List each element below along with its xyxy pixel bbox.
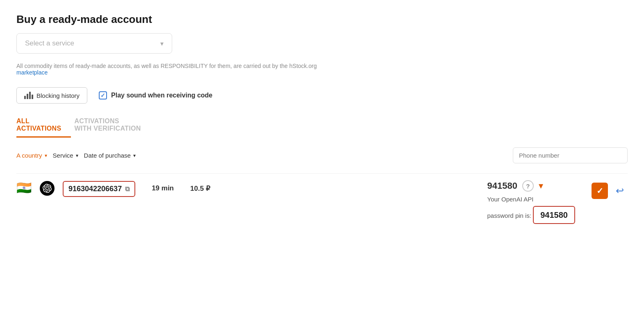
duration-text: 19 min: [152, 184, 174, 192]
expand-chevron-icon[interactable]: ▾: [539, 181, 543, 191]
action-buttons: ↩: [592, 183, 628, 199]
price-text: 10.5 ₽: [190, 184, 210, 193]
sound-label: Play sound when receiving code: [111, 92, 212, 99]
service-select-label: Select a service: [25, 39, 160, 47]
bar-chart-icon: [24, 92, 33, 99]
openai-logo: [40, 181, 55, 196]
code-section: 941580 ? ▾ Your OpenAI API password pin …: [487, 180, 575, 224]
country-chevron-icon: ▾: [45, 153, 47, 158]
tab-all-activations[interactable]: ALLACTIVATIONS: [16, 115, 71, 138]
question-button[interactable]: ?: [522, 180, 534, 192]
date-filter-button[interactable]: Date of purchase ▾: [84, 149, 141, 161]
chevron-down-icon: ▾: [160, 40, 164, 47]
phone-number-wrapper: [513, 147, 628, 163]
blocking-history-label: Blocking history: [36, 92, 80, 99]
code-number: 941580: [487, 181, 517, 191]
refresh-button[interactable]: ↩: [612, 183, 628, 199]
code-highlight-box: 941580: [533, 206, 575, 224]
confirm-button[interactable]: [592, 183, 608, 199]
page-title: Buy a ready-made account: [16, 13, 628, 26]
tabs-row: ALLACTIVATIONS ACTIVATIONSWITH VERIFICAT…: [16, 115, 628, 138]
tab-with-verification[interactable]: ACTIVATIONSWITH VERIFICATION: [74, 115, 150, 138]
sound-checkbox[interactable]: [99, 91, 107, 99]
phone-number-input[interactable]: [513, 147, 628, 163]
service-filter-label: Service: [53, 152, 73, 159]
code-row: 941580 ? ▾: [487, 180, 543, 192]
date-filter-label: Date of purchase: [84, 152, 131, 159]
country-filter-button[interactable]: A country ▾: [16, 149, 53, 161]
play-sound-toggle[interactable]: Play sound when receiving code: [99, 91, 212, 99]
phone-number-text: 9163042206637: [68, 185, 122, 193]
order-row: 🇮🇳 9163042206637 ⧉ 19 min 10.5 ₽ 941580 …: [16, 173, 628, 231]
date-chevron-icon: ▾: [133, 153, 136, 158]
india-flag-icon: 🇮🇳: [16, 182, 32, 194]
controls-row: Blocking history Play sound when receivi…: [16, 87, 628, 104]
phone-number-box: 9163042206637 ⧉: [63, 181, 135, 197]
service-select[interactable]: Select a service ▾: [16, 33, 172, 54]
filters-row: A country ▾ Service ▾ Date of purchase ▾: [16, 147, 628, 163]
message-box: Your OpenAI API password pin is: 941580: [487, 195, 575, 224]
blocking-history-button[interactable]: Blocking history: [16, 87, 87, 104]
country-filter-label: A country: [16, 152, 42, 159]
copy-icon[interactable]: ⧉: [125, 185, 130, 193]
service-filter-button[interactable]: Service ▾: [53, 149, 84, 161]
marketplace-link[interactable]: marketplace: [16, 69, 48, 76]
info-text: All commodity items of ready-made accoun…: [16, 63, 344, 76]
service-chevron-icon: ▾: [76, 153, 78, 158]
